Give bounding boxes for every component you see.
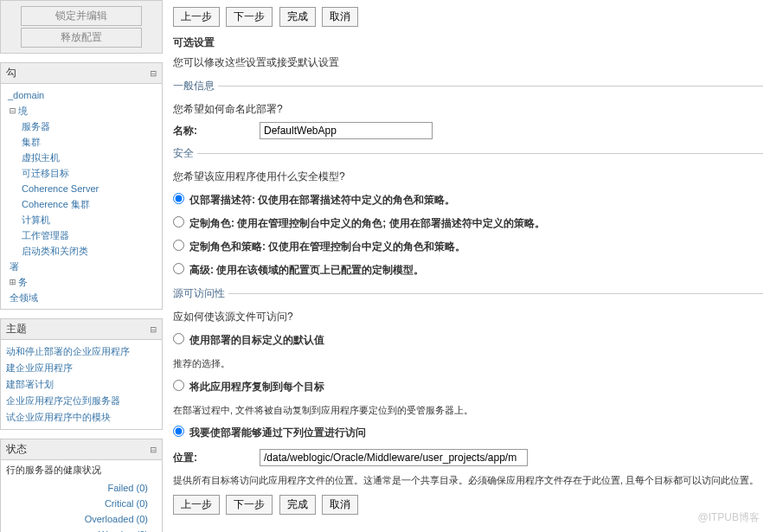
security-fieldset: 安全 <box>173 146 763 161</box>
task-link[interactable]: 企业应用程序定位到服务器 <box>6 395 120 406</box>
status-desc: 行的服务器的健康状况 <box>6 464 157 477</box>
tasks-header: 主题 <box>6 322 27 337</box>
tree-services[interactable]: 务 <box>18 277 28 287</box>
nav-header: 勾 <box>6 66 16 80</box>
security-opt2: 定制角色: 使用在管理控制台中定义的角色; 使用在部署描述符中定义的策略。 <box>189 216 545 231</box>
source-rec: 推荐的选择。 <box>173 356 763 371</box>
watermark: @ITPUB博客 <box>697 510 760 525</box>
task-link[interactable]: 建部署计划 <box>6 379 54 389</box>
task-link[interactable]: 建企业应用程序 <box>6 362 73 373</box>
nav-tree: _domain ⊟境 服务器 集群 虚拟主机 可迁移目标 Coherence S… <box>6 87 157 305</box>
domain-structure-panel: 勾 ⊟ _domain ⊟境 服务器 集群 虚拟主机 可迁移目标 Coheren… <box>0 62 163 310</box>
security-opt3: 定制角色和策略: 仅使用在管理控制台中定义的角色和策略。 <box>189 240 465 254</box>
location-help: 提供所有目标将访问此应用程序文件的位置。这通常是一个共享目录。必须确保应用程序文… <box>173 473 763 488</box>
prev-button[interactable]: 上一步 <box>173 7 220 27</box>
wizard-buttons-bottom: 上一步 下一步 完成 取消 <box>173 495 763 515</box>
wizard-buttons-top: 上一步 下一步 完成 取消 <box>173 7 763 27</box>
tree-computers[interactable]: 计算机 <box>22 215 50 225</box>
tree-vhosts[interactable]: 虚拟主机 <box>22 152 60 163</box>
location-label: 位置: <box>173 451 260 465</box>
tree-coherence-server[interactable]: Coherence Server <box>22 183 99 194</box>
tree-domain[interactable]: _domain <box>8 90 44 100</box>
source-radio-3[interactable] <box>173 426 184 437</box>
task-list: 动和停止部署的企业应用程序 建企业应用程序 建部署计划 企业应用程序定位到服务器… <box>6 343 157 426</box>
tree-migratable[interactable]: 可迁移目标 <box>22 168 69 178</box>
source-fieldset: 源可访问性 <box>173 286 763 301</box>
source-question: 应如何使该源文件可访问? <box>173 310 763 324</box>
next-button[interactable]: 下一步 <box>226 7 273 27</box>
security-radio-3[interactable] <box>173 240 184 251</box>
security-radio-2[interactable] <box>173 216 184 228</box>
status-header: 状态 <box>6 442 27 457</box>
name-input[interactable] <box>260 122 433 139</box>
tree-startup[interactable]: 启动类和关闭类 <box>22 246 88 256</box>
main-content: 上一步 下一步 完成 取消 可选设置 您可以修改这些设置或接受默认设置 一般信息… <box>173 0 770 530</box>
security-legend: 安全 <box>173 146 197 161</box>
tasks-panel: 主题 ⊟ 动和停止部署的企业应用程序 建企业应用程序 建部署计划 企业应用程序定… <box>0 318 163 430</box>
status-list: Failed (0) Critical (0) Overloaded (0) W… <box>6 480 157 532</box>
tree-coherence-cluster[interactable]: Coherence 集群 <box>22 199 90 209</box>
name-label: 名称: <box>173 124 260 138</box>
general-question: 您希望如何命名此部署? <box>173 102 763 117</box>
source-opt1: 使用部署的目标定义的默认值 <box>189 333 324 348</box>
finish-button[interactable]: 完成 <box>279 7 316 27</box>
next-button[interactable]: 下一步 <box>226 495 273 515</box>
security-question: 您希望该应用程序使用什么安全模型? <box>173 170 763 184</box>
security-radio-4[interactable] <box>173 263 184 274</box>
tree-workmanager[interactable]: 工作管理器 <box>22 230 69 240</box>
security-radio-1[interactable] <box>173 193 184 204</box>
status-critical[interactable]: Critical (0) <box>105 498 148 509</box>
security-opt1: 仅部署描述符: 仅使用在部署描述符中定义的角色和策略。 <box>189 193 455 208</box>
lock-edit-button[interactable]: 锁定并编辑 <box>21 6 142 26</box>
tree-clusters[interactable]: 集群 <box>22 137 41 147</box>
general-legend: 一般信息 <box>173 79 218 93</box>
optional-settings-desc: 您可以修改这些设置或接受默认设置 <box>173 55 763 70</box>
cancel-button[interactable]: 取消 <box>322 7 358 27</box>
tree-servers[interactable]: 服务器 <box>22 121 50 131</box>
status-failed[interactable]: Failed (0) <box>108 483 148 493</box>
cancel-button[interactable]: 取消 <box>322 495 358 515</box>
status-overloaded[interactable]: Overloaded (0) <box>85 514 148 524</box>
collapse-icon[interactable]: ⊟ <box>151 444 157 456</box>
finish-button[interactable]: 完成 <box>279 495 316 515</box>
source-radio-1[interactable] <box>173 333 184 344</box>
source-copy-desc: 在部署过程中, 文件将被自动复制到应用程序要定位到的受管服务器上。 <box>173 403 763 418</box>
tree-security[interactable]: 全领域 <box>10 292 38 303</box>
tree-deploy[interactable]: 署 <box>10 261 19 272</box>
tree-env[interactable]: 境 <box>18 106 28 116</box>
optional-settings-title: 可选设置 <box>173 35 763 50</box>
release-config-button[interactable]: 释放配置 <box>21 28 142 48</box>
change-center-panel: 锁定并编辑 释放配置 <box>0 0 163 54</box>
status-panel: 状态 ⊟ 行的服务器的健康状况 Failed (0) Critical (0) … <box>0 439 163 532</box>
source-opt3: 我要使部署能够通过下列位置进行访问 <box>189 426 366 440</box>
security-opt4: 高级: 使用在该领域的配置页上已配置的定制模型。 <box>189 263 424 278</box>
location-input[interactable] <box>260 449 528 466</box>
collapse-icon[interactable]: ⊟ <box>151 324 157 336</box>
task-link[interactable]: 试企业应用程序中的模块 <box>6 412 111 422</box>
source-legend: 源可访问性 <box>173 286 228 301</box>
prev-button[interactable]: 上一步 <box>173 495 220 515</box>
general-fieldset: 一般信息 <box>173 79 763 93</box>
task-link[interactable]: 动和停止部署的企业应用程序 <box>6 346 130 356</box>
source-radio-2[interactable] <box>173 380 184 391</box>
collapse-icon[interactable]: ⊟ <box>151 67 157 80</box>
source-opt2: 将此应用程序复制到每个目标 <box>189 380 324 394</box>
